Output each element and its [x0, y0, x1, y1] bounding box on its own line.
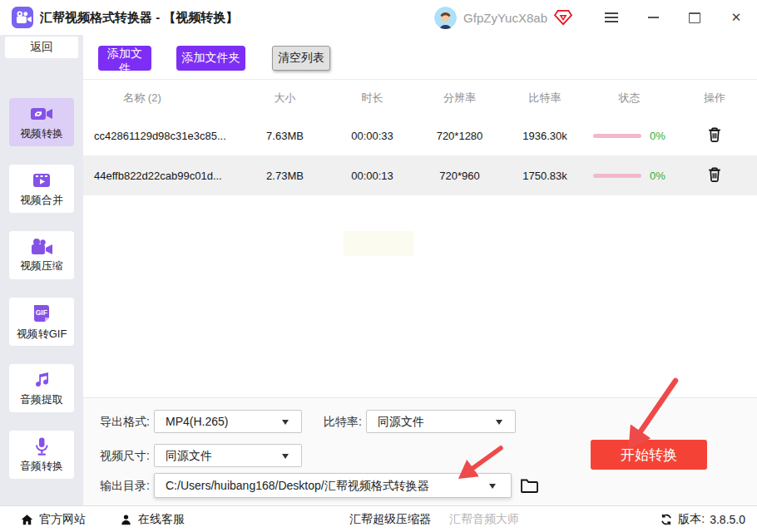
sidebar-item-audio-extract[interactable]: 音频提取: [9, 364, 74, 412]
bitrate-value: 同源文件: [378, 415, 424, 428]
audio-extract-icon: [32, 370, 52, 390]
sidebar-item-label: 视频转GIF: [17, 327, 67, 342]
hamburger-menu-icon[interactable]: [591, 0, 632, 35]
clear-list-button[interactable]: 清空列表: [272, 46, 330, 71]
title-right: GfpZyYucX8ab ✕: [434, 0, 757, 35]
sidebar-item-label: 视频转换: [20, 126, 63, 141]
table-row[interactable]: cc42861129d98c31e3c85... 7.63MB 00:00:33…: [83, 116, 757, 155]
file-duration: 00:00:33: [329, 130, 416, 142]
chevron-down-icon: [489, 484, 496, 489]
file-status: 0%: [586, 170, 672, 182]
user-avatar[interactable]: [434, 7, 457, 29]
sidebar-item-label: 音频转换: [20, 459, 63, 474]
back-button[interactable]: 返回: [5, 37, 78, 58]
file-status: 0%: [586, 130, 672, 142]
progress-percent: 0%: [650, 170, 665, 182]
column-header-action: 操作: [672, 91, 757, 106]
compressor-link[interactable]: 汇帮超级压缩器: [349, 506, 431, 532]
video-size-select[interactable]: 同源文件: [154, 444, 302, 467]
progress-bar: [593, 174, 641, 178]
sidebar: 返回 视频转换: [0, 35, 83, 505]
file-list-area: 添加文件 添加文件夹 清空列表 名称 (2) 大小 时长 分辨率 比特率 状态 …: [83, 35, 757, 397]
trash-icon[interactable]: [705, 126, 725, 145]
video-to-gif-icon: GIF: [31, 303, 52, 324]
video-size-value: 同源文件: [166, 449, 212, 462]
table-row[interactable]: 44effb822d22cab99c01d... 2.73MB 00:00:13…: [83, 155, 757, 195]
online-service-link[interactable]: 在线客服: [119, 506, 185, 532]
export-format-value: MP4(H.265): [166, 415, 228, 428]
table-header: 名称 (2) 大小 时长 分辨率 比特率 状态 操作: [83, 80, 757, 116]
column-header-resolution: 分辨率: [416, 91, 503, 106]
column-header-name: 名称 (2): [83, 91, 241, 106]
sidebar-item-video-compress[interactable]: 视频压缩: [9, 231, 74, 279]
version-info: 版本: 3.8.5.0: [660, 506, 745, 532]
window-title: 汇帮视频格式转换器 - 【视频转换】: [40, 10, 238, 26]
person-icon: [119, 513, 133, 527]
file-bitrate: 1750.83k: [503, 170, 586, 182]
video-compress-icon: [30, 238, 53, 256]
version-label: 版本:: [678, 512, 705, 527]
output-dir-label: 输出目录:: [92, 474, 150, 497]
title-bar: 汇帮视频格式转换器 - 【视频转换】 GfpZyYucX8ab: [0, 0, 757, 36]
bitrate-select[interactable]: 同源文件: [366, 410, 516, 433]
close-button[interactable]: ✕: [715, 0, 757, 35]
column-header-size: 大小: [241, 91, 329, 106]
file-bitrate: 1936.30k: [503, 130, 586, 142]
export-format-select[interactable]: MP4(H.265): [154, 410, 302, 433]
svg-text:GIF: GIF: [36, 308, 47, 316]
add-folder-button[interactable]: 添加文件夹: [176, 46, 245, 71]
watermark: [344, 231, 413, 256]
video-merge-icon: [31, 170, 52, 190]
column-header-status: 状态: [586, 91, 672, 106]
file-size: 7.63MB: [241, 130, 329, 142]
refresh-icon[interactable]: [660, 513, 673, 526]
file-name: 44effb822d22cab99c01d...: [83, 170, 241, 182]
settings-panel: 导出格式: MP4(H.265) 比特率: 同源文件 视频尺寸: 同源文件 输出…: [83, 397, 757, 506]
column-header-duration: 时长: [329, 91, 416, 106]
sidebar-item-video-convert[interactable]: 视频转换: [9, 98, 74, 146]
row-actions: [672, 165, 757, 185]
official-site-link[interactable]: 官方网站: [20, 506, 86, 532]
sidebar-item-video-merge[interactable]: 视频合并: [9, 165, 74, 213]
chevron-down-icon: [282, 420, 289, 425]
vip-badge-icon[interactable]: [554, 9, 572, 26]
trash-icon[interactable]: [705, 165, 725, 185]
output-dir-select[interactable]: C:/Users/huibang168/Desktop/汇帮视频格式转换器: [154, 473, 512, 498]
start-convert-button[interactable]: 开始转换: [591, 440, 707, 470]
row-actions: [672, 126, 757, 145]
file-resolution: 720*1280: [416, 130, 503, 142]
online-service-label: 在线客服: [138, 512, 185, 527]
footer-bar: 官方网站 在线客服 汇帮超级压缩器 汇帮音频大师 版本: 3.8.5.0: [0, 505, 757, 532]
column-header-bitrate: 比特率: [503, 91, 586, 106]
progress-bar: [593, 134, 641, 138]
file-size: 2.73MB: [241, 170, 329, 182]
username-label[interactable]: GfpZyYucX8ab: [463, 11, 547, 25]
minimize-button[interactable]: [632, 0, 674, 35]
chevron-down-icon: [496, 420, 502, 425]
video-convert-icon: [30, 104, 53, 124]
video-size-label: 视频尺寸:: [92, 444, 150, 467]
home-icon: [20, 513, 34, 527]
export-format-label: 导出格式:: [92, 410, 150, 433]
app-icon: [12, 7, 33, 28]
menu-bars: [605, 12, 618, 22]
official-site-label: 官方网站: [39, 512, 86, 527]
toolbar: 添加文件 添加文件夹 清空列表: [83, 35, 757, 80]
add-file-button[interactable]: 添加文件: [98, 46, 151, 71]
file-name: cc42861129d98c31e3c85...: [83, 130, 241, 142]
maximize-button[interactable]: [674, 0, 715, 35]
sidebar-item-label: 视频压缩: [20, 259, 63, 273]
sidebar-item-video-to-gif[interactable]: GIF 视频转GIF: [9, 298, 74, 346]
output-dir-value: C:/Users/huibang168/Desktop/汇帮视频格式转换器: [166, 479, 429, 492]
sidebar-item-label: 音频提取: [20, 392, 63, 407]
sidebar-item-label: 视频合并: [20, 193, 63, 208]
bitrate-label: 比特率:: [304, 410, 362, 433]
sidebar-item-audio-convert[interactable]: 音频转换: [9, 431, 74, 479]
audio-convert-icon: [32, 436, 52, 456]
progress-percent: 0%: [650, 130, 665, 142]
version-value: 3.8.5.0: [710, 513, 745, 526]
file-resolution: 720*960: [416, 170, 503, 182]
audio-master-link[interactable]: 汇帮音频大师: [449, 506, 519, 532]
file-duration: 00:00:13: [329, 170, 416, 182]
folder-icon[interactable]: [519, 475, 539, 495]
